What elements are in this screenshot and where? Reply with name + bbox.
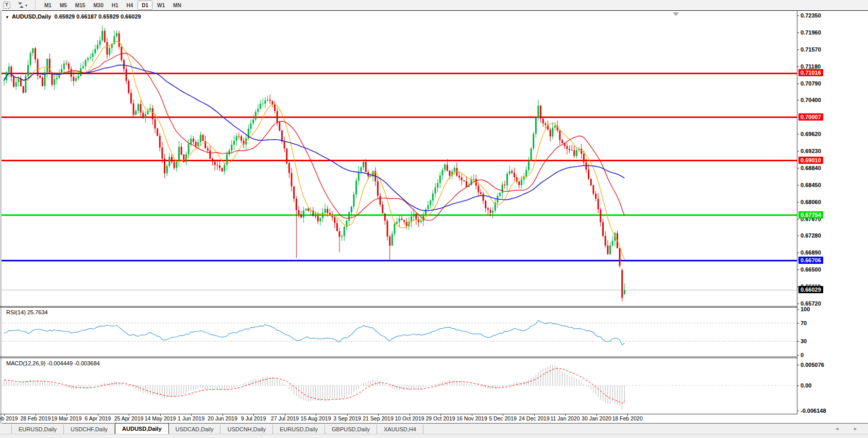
- price-level-label: 0.71016: [798, 69, 823, 76]
- timeframe-button-H1[interactable]: H1: [108, 1, 122, 9]
- timeframe-button-M30[interactable]: M30: [90, 1, 107, 9]
- timeframe-button-MN[interactable]: MN: [169, 1, 185, 9]
- rsi-axis-label: 100: [801, 306, 810, 312]
- rsi-chart-canvas[interactable]: [2, 308, 797, 357]
- date-axis-label: 6 Apr 2019: [85, 415, 111, 422]
- rsi-axis-tick: [797, 341, 799, 342]
- date-axis-label: 28 Feb 2019: [21, 415, 51, 422]
- tab-scroll-arrows[interactable]: ◂ ▸: [836, 426, 864, 431]
- macd-chart-canvas[interactable]: [2, 359, 797, 414]
- date-axis-label: 9 Feb 2019: [0, 415, 18, 422]
- date-axis-label: 11 Jan 2020: [550, 415, 580, 422]
- date-axis-label: 21 Sep 2019: [363, 415, 394, 422]
- price-axis-tick: [797, 304, 799, 304]
- date-axis-label: 16 Nov 2019: [456, 415, 487, 422]
- timeframe-button-D1[interactable]: D1: [138, 1, 152, 10]
- price-axis-tick: [797, 151, 799, 151]
- price-axis-label: 0.71960: [801, 29, 821, 36]
- date-axis-label: 5 Dec 2019: [489, 415, 517, 422]
- price-axis-tick: [797, 32, 799, 33]
- price-level-label: 0.70007: [798, 113, 823, 121]
- date-axis-label: 29 Oct 2019: [426, 415, 455, 422]
- macd-axis-tick: [797, 365, 799, 365]
- macd-axis-label: -0.006148: [801, 408, 826, 414]
- date-axis-label: 30 Jan 2020: [582, 415, 611, 422]
- price-axis-label: 0.70790: [801, 80, 821, 87]
- panel-separator[interactable]: [0, 306, 797, 307]
- text-tool-icon: T: [3, 2, 10, 9]
- date-axis-label: 19 Mar 2019: [52, 415, 82, 422]
- chart-tab-eurusd-daily[interactable]: EURUSD,Daily: [273, 425, 325, 434]
- macd-axis-label: 0.00: [801, 382, 811, 389]
- date-axis-label: 1 Jun 2019: [178, 415, 205, 422]
- price-axis-tick: [797, 252, 799, 253]
- price-axis-tick: [797, 219, 799, 220]
- rsi-axis-label: 70: [801, 320, 807, 326]
- toolbar-separator: [35, 1, 38, 9]
- price-level-label: 0.66029: [798, 286, 823, 293]
- price-axis-label: 0.69620: [801, 131, 821, 137]
- price-level-label: 0.67754: [798, 211, 823, 218]
- chart-tab-bar: EURUSD,DailyUSDCHF,DailyAUDUSD,DailyUSDC…: [0, 424, 868, 434]
- macd-axis-tick: [797, 411, 799, 411]
- price-axis-tick: [797, 100, 799, 100]
- price-axis-tick: [797, 168, 799, 169]
- price-axis-label: 0.67280: [801, 232, 821, 239]
- mt4-application: T ▾ M1M5M15M30H1H4D1W1MN ▼AUDUSD,Daily 0…: [0, 0, 868, 438]
- price-axis-tick: [797, 66, 799, 67]
- price-axis-label: 0.68060: [801, 199, 821, 205]
- price-level-label: 0.69010: [798, 157, 823, 164]
- date-axis-label: 18 Feb 2020: [612, 415, 643, 422]
- date-axis-label: 3 Sep 2019: [333, 415, 361, 422]
- timeframe-toolbar: T ▾ M1M5M15M30H1H4D1W1MN: [0, 0, 868, 11]
- timeframe-button-H4[interactable]: H4: [123, 1, 137, 9]
- price-axis-border: [797, 10, 797, 414]
- date-axis-border: [0, 414, 797, 414]
- price-axis-label: 0.66500: [801, 266, 821, 273]
- price-axis-label: 0.68450: [801, 182, 821, 188]
- timeframe-button-M15[interactable]: M15: [72, 1, 89, 9]
- price-axis-tick: [797, 134, 799, 134]
- price-chart-canvas[interactable]: [2, 11, 797, 306]
- price-axis-tick: [797, 49, 799, 50]
- macd-axis-tick: [797, 385, 799, 386]
- chart-tab-eurusd-daily[interactable]: EURUSD,Daily: [11, 425, 64, 434]
- price-axis-label: 0.72350: [801, 12, 821, 19]
- chart-tab-audusd-daily[interactable]: AUDUSD,Daily: [115, 423, 168, 434]
- price-axis-label: 0.70400: [801, 97, 821, 103]
- timeframe-button-M5[interactable]: M5: [56, 1, 71, 9]
- chevron-down-icon: ▾: [25, 3, 27, 8]
- price-axis-label: 0.66890: [801, 249, 821, 256]
- date-axis-label: 15 Aug 2019: [301, 415, 331, 422]
- price-axis-tick: [797, 202, 799, 203]
- panel-separator[interactable]: [0, 358, 797, 358]
- arrange-icon: [18, 3, 24, 8]
- chart-tab-xauusd-h4[interactable]: XAUUSD,H4: [377, 425, 423, 434]
- price-axis-tick: [797, 235, 799, 236]
- date-axis-label: 25 Apr 2019: [114, 415, 144, 422]
- date-axis-label: 10 Oct 2019: [395, 415, 424, 422]
- chart-tab-usdcad-daily[interactable]: USDCAD,Daily: [169, 425, 221, 434]
- date-axis-label: 24 Dec 2019: [519, 415, 550, 422]
- price-axis-tick: [797, 269, 799, 270]
- price-axis-label: 0.68840: [801, 165, 821, 171]
- date-axis-label: 9 Jul 2019: [241, 415, 266, 422]
- arrange-windows-button[interactable]: ▾: [14, 1, 31, 9]
- chart-tab-gbpusd-daily[interactable]: GBPUSD,Daily: [325, 425, 377, 434]
- status-strip: [0, 434, 868, 438]
- macd-axis-label: 0.005076: [801, 362, 824, 368]
- timeframe-button-M1[interactable]: M1: [41, 1, 55, 9]
- price-axis-tick: [797, 185, 799, 186]
- timeframe-buttons: M1M5M15M30H1H4D1W1MN: [40, 1, 185, 10]
- timeframe-button-W1[interactable]: W1: [154, 1, 168, 9]
- price-axis-tick: [797, 15, 799, 16]
- date-axis-label: 20 Jun 2019: [208, 415, 237, 422]
- rsi-axis-tick: [797, 309, 799, 310]
- price-axis-label: 0.71570: [801, 46, 821, 53]
- text-tool-button[interactable]: T: [1, 1, 12, 9]
- rsi-axis-tick: [797, 323, 799, 324]
- price-axis-label: 0.69230: [801, 148, 821, 154]
- chart-tab-usdchf-daily[interactable]: USDCHF,Daily: [64, 425, 115, 434]
- panel-separator[interactable]: [0, 357, 797, 357]
- chart-tab-usdcnh-daily[interactable]: USDCNH,Daily: [220, 425, 273, 434]
